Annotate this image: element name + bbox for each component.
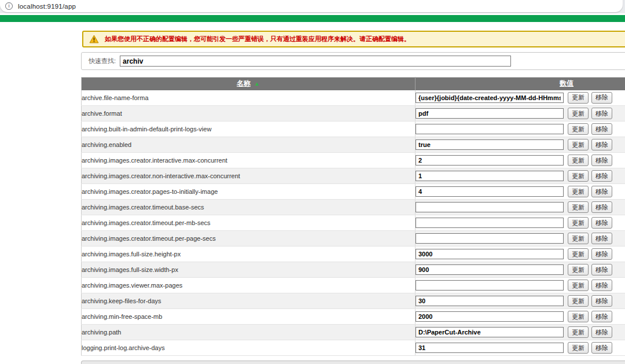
config-key: archiving.path — [82, 325, 416, 340]
config-value-input[interactable] — [416, 186, 564, 197]
remove-button[interactable]: 移除 — [591, 170, 612, 182]
config-value-input[interactable] — [416, 171, 564, 181]
table-row: archiving.images.full-size.width-px更新移除 — [82, 262, 625, 278]
update-button[interactable]: 更新 — [568, 295, 589, 307]
quick-find-input[interactable] — [120, 56, 511, 67]
config-value-cell: 更新移除 — [416, 247, 625, 262]
table-row: archive.file-name-forma更新移除 — [82, 90, 625, 106]
config-value-cell: 更新移除 — [416, 278, 625, 293]
table-row: archiving.images.creator.timeout.base-se… — [82, 200, 625, 215]
remove-button[interactable]: 移除 — [591, 123, 612, 135]
remove-button[interactable]: 移除 — [591, 92, 612, 104]
table-row: archiving.images.viewer.max-pages更新移除 — [82, 278, 625, 293]
config-key: archiving.images.creator.interactive.max… — [82, 153, 416, 168]
config-key: archive.file-name-forma — [82, 90, 416, 106]
update-button[interactable]: 更新 — [568, 233, 589, 244]
column-header-value-label: 数值 — [560, 79, 573, 87]
config-key: archiving.enabled — [82, 137, 416, 153]
remove-button[interactable]: 移除 — [591, 248, 612, 260]
config-value-input[interactable] — [416, 93, 564, 103]
config-value-input[interactable] — [416, 155, 564, 166]
config-table: 名称▲ 数值 archive.file-name-forma更新移除archiv… — [81, 77, 625, 356]
config-value-cell: 更新移除 — [416, 168, 625, 184]
quick-find-label: 快速查找: — [89, 57, 116, 65]
config-value-input[interactable] — [416, 139, 564, 150]
remove-button[interactable]: 移除 — [591, 264, 612, 275]
url-text[interactable]: localhost:9191/app — [18, 3, 76, 10]
update-button[interactable]: 更新 — [568, 217, 589, 229]
column-header-value[interactable]: 数值 — [416, 78, 625, 90]
config-value-cell: 更新移除 — [416, 262, 625, 278]
update-button[interactable]: 更新 — [568, 108, 589, 119]
table-row: archiving.enabled更新移除 — [82, 137, 625, 153]
config-value-input[interactable] — [416, 108, 564, 119]
update-button[interactable]: 更新 — [568, 264, 589, 275]
config-value-input[interactable] — [416, 296, 564, 306]
table-row: archiving.built-in-admin-default-print-l… — [82, 122, 625, 137]
update-button[interactable]: 更新 — [568, 139, 589, 150]
update-button[interactable]: 更新 — [568, 155, 589, 166]
config-value-input[interactable] — [416, 124, 564, 134]
warning-text: 如果您使用不正确的配置编辑，您可能引发一些严重错误，只有通过重装应用程序来解决。… — [105, 35, 410, 43]
config-value-cell: 更新移除 — [416, 122, 625, 137]
config-key: archiving.images.viewer.max-pages — [82, 278, 416, 293]
config-value-input[interactable] — [416, 280, 564, 291]
remove-button[interactable]: 移除 — [591, 342, 612, 354]
update-button[interactable]: 更新 — [568, 123, 589, 135]
config-value-cell: 更新移除 — [416, 106, 625, 122]
update-button[interactable]: 更新 — [568, 170, 589, 182]
config-key: archiving.images.creator.non-interactive… — [82, 168, 416, 184]
next-panel-top-edge — [81, 361, 625, 364]
config-key: archiving.built-in-admin-default-print-l… — [82, 122, 416, 137]
update-button[interactable]: 更新 — [568, 311, 589, 322]
config-key: archiving.keep-files-for-days — [82, 293, 416, 309]
remove-button[interactable]: 移除 — [591, 108, 612, 119]
quick-find-panel: 快速查找: — [81, 52, 625, 70]
config-value-cell: 更新移除 — [416, 200, 625, 215]
address-bar[interactable]: i localhost:9191/app — [0, 0, 623, 12]
config-value-input[interactable] — [416, 249, 564, 259]
config-value-input[interactable] — [416, 327, 564, 337]
config-key: archiving.images.creator.timeout.base-se… — [82, 200, 416, 215]
config-key: logging.print-log.archive-days — [82, 340, 416, 356]
warning-banner: 如果您使用不正确的配置编辑，您可能引发一些严重错误，只有通过重装应用程序来解决。… — [82, 31, 625, 47]
config-value-cell: 更新移除 — [416, 293, 625, 309]
remove-button[interactable]: 移除 — [591, 155, 612, 166]
remove-button[interactable]: 移除 — [591, 326, 612, 338]
config-key: archiving.images.creator.timeout.per-mb-… — [82, 215, 416, 231]
remove-button[interactable]: 移除 — [591, 280, 612, 291]
config-value-input[interactable] — [416, 343, 564, 353]
table-row: archiving.images.creator.non-interactive… — [82, 168, 625, 184]
remove-button[interactable]: 移除 — [591, 139, 612, 150]
remove-button[interactable]: 移除 — [591, 186, 612, 197]
update-button[interactable]: 更新 — [568, 342, 589, 354]
table-header-row: 名称▲ 数值 — [82, 78, 625, 90]
remove-button[interactable]: 移除 — [591, 295, 612, 307]
column-header-name[interactable]: 名称▲ — [82, 78, 416, 90]
table-row: archiving.images.creator.timeout.per-mb-… — [82, 215, 625, 231]
config-value-input[interactable] — [416, 202, 564, 212]
remove-button[interactable]: 移除 — [591, 201, 612, 213]
config-value-input[interactable] — [416, 264, 564, 275]
table-row: archiving.path更新移除 — [82, 325, 625, 340]
config-value-cell: 更新移除 — [416, 90, 625, 106]
update-button[interactable]: 更新 — [568, 201, 589, 213]
config-value-input[interactable] — [416, 218, 564, 228]
update-button[interactable]: 更新 — [568, 186, 589, 197]
config-value-input[interactable] — [416, 233, 564, 244]
remove-button[interactable]: 移除 — [591, 311, 612, 322]
update-button[interactable]: 更新 — [568, 326, 589, 338]
page-info-icon[interactable]: i — [5, 2, 13, 10]
remove-button[interactable]: 移除 — [591, 233, 612, 244]
update-button[interactable]: 更新 — [568, 280, 589, 291]
table-row: archiving.images.creator.interactive.max… — [82, 153, 625, 168]
update-button[interactable]: 更新 — [568, 248, 589, 260]
config-value-cell: 更新移除 — [416, 184, 625, 200]
table-row: archive.format更新移除 — [82, 106, 625, 122]
config-value-input[interactable] — [416, 311, 564, 322]
update-button[interactable]: 更新 — [568, 92, 589, 104]
config-value-cell: 更新移除 — [416, 231, 625, 247]
table-row: logging.print-log.archive-days更新移除 — [82, 340, 625, 356]
sort-ascending-icon: ▲ — [254, 80, 260, 87]
remove-button[interactable]: 移除 — [591, 217, 612, 229]
